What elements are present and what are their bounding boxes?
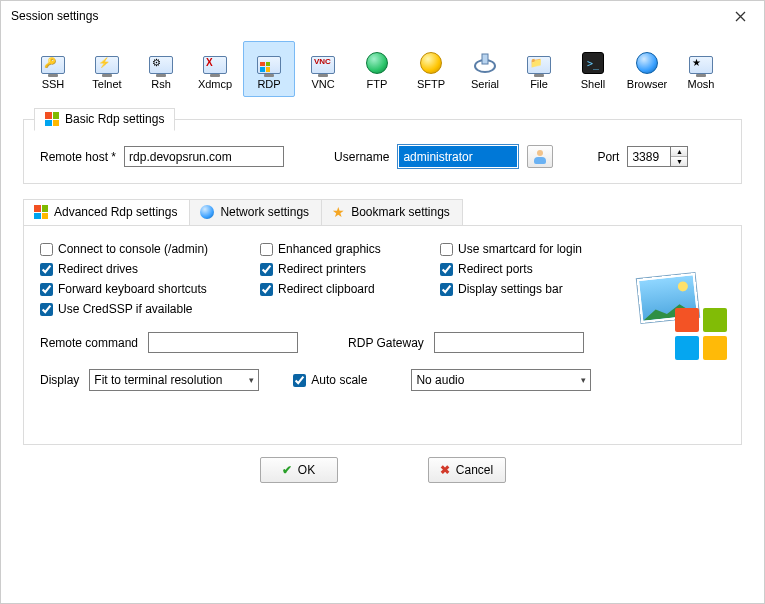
basic-legend: Basic Rdp settings <box>34 108 175 131</box>
display-label: Display <box>40 373 79 387</box>
browser-icon <box>633 46 661 74</box>
type-mosh[interactable]: ★ Mosh <box>675 41 727 97</box>
type-label: Serial <box>471 78 499 90</box>
close-button[interactable] <box>724 4 756 28</box>
display-combo[interactable]: Fit to terminal resolution ▾ <box>89 369 259 391</box>
remote-command-input[interactable] <box>148 332 298 353</box>
chk-forward-keyboard[interactable]: Forward keyboard shortcuts <box>40 282 260 296</box>
svg-rect-1 <box>482 54 488 64</box>
rdp-gateway-input[interactable] <box>434 332 584 353</box>
telnet-icon: ⚡ <box>93 46 121 74</box>
shell-icon: >_ <box>579 46 607 74</box>
username-input-wrap <box>397 144 519 169</box>
type-xdmcp[interactable]: X Xdmcp <box>189 41 241 97</box>
port-spinner[interactable]: ▲ ▼ <box>627 146 688 167</box>
username-label: Username <box>334 150 389 164</box>
type-label: Shell <box>581 78 605 90</box>
type-label: SFTP <box>417 78 445 90</box>
checkbox-grid: Connect to console (/admin) Enhanced gra… <box>40 242 725 316</box>
ok-button[interactable]: ✔ OK <box>260 457 338 483</box>
type-rdp[interactable]: RDP <box>243 41 295 97</box>
tab-label: Bookmark settings <box>351 205 450 219</box>
type-ftp[interactable]: FTP <box>351 41 403 97</box>
advanced-section: Advanced Rdp settings Network settings ★… <box>23 198 742 445</box>
mosh-icon: ★ <box>687 46 715 74</box>
chk-auto-scale[interactable]: Auto scale <box>293 373 367 387</box>
type-label: RDP <box>257 78 280 90</box>
tab-network[interactable]: Network settings <box>190 199 322 226</box>
rdp-mini-icon <box>34 205 48 219</box>
type-shell[interactable]: >_ Shell <box>567 41 619 97</box>
credentials-button[interactable] <box>527 145 553 168</box>
port-label: Port <box>597 150 619 164</box>
cancel-button[interactable]: ✖ Cancel <box>428 457 506 483</box>
file-icon: 📁 <box>525 46 553 74</box>
xdmcp-icon: X <box>201 46 229 74</box>
check-icon: ✔ <box>282 463 292 477</box>
rdp-mini-icon <box>45 112 59 126</box>
chk-redirect-clipboard[interactable]: Redirect clipboard <box>260 282 440 296</box>
titlebar: Session settings <box>1 1 764 31</box>
serial-icon <box>471 46 499 74</box>
chk-display-settings-bar[interactable]: Display settings bar <box>440 282 640 296</box>
chk-connect-console[interactable]: Connect to console (/admin) <box>40 242 260 256</box>
type-label: Telnet <box>92 78 121 90</box>
port-up[interactable]: ▲ <box>671 147 687 157</box>
username-input[interactable] <box>399 146 517 167</box>
chk-redirect-drives[interactable]: Redirect drives <box>40 262 260 276</box>
remote-host-label: Remote host * <box>40 150 116 164</box>
type-ssh[interactable]: 🔑 SSH <box>27 41 79 97</box>
type-telnet[interactable]: ⚡ Telnet <box>81 41 133 97</box>
display-combo-value: Fit to terminal resolution <box>94 373 222 387</box>
chk-use-credssp[interactable]: Use CredSSP if available <box>40 302 260 316</box>
chk-enhanced-graphics[interactable]: Enhanced graphics <box>260 242 440 256</box>
type-sftp[interactable]: SFTP <box>405 41 457 97</box>
port-down[interactable]: ▼ <box>671 157 687 166</box>
globe-icon <box>200 205 214 219</box>
ftp-icon <box>363 46 391 74</box>
type-serial[interactable]: Serial <box>459 41 511 97</box>
type-label: Rsh <box>151 78 171 90</box>
tab-advanced[interactable]: Advanced Rdp settings <box>23 199 190 226</box>
tabs: Advanced Rdp settings Network settings ★… <box>23 198 742 225</box>
star-icon: ★ <box>332 205 345 219</box>
type-browser[interactable]: Browser <box>621 41 673 97</box>
basic-legend-text: Basic Rdp settings <box>65 112 164 126</box>
rdp-decor-icon <box>637 274 727 360</box>
chk-redirect-printers[interactable]: Redirect printers <box>260 262 440 276</box>
rdp-gateway-label: RDP Gateway <box>348 336 424 350</box>
chevron-down-icon: ▾ <box>249 375 254 385</box>
sftp-icon <box>417 46 445 74</box>
chevron-down-icon: ▾ <box>581 375 586 385</box>
type-label: VNC <box>311 78 334 90</box>
type-label: Mosh <box>688 78 715 90</box>
remote-command-label: Remote command <box>40 336 138 350</box>
audio-combo[interactable]: No audio ▾ <box>411 369 591 391</box>
vnc-icon: VNC <box>309 46 337 74</box>
chk-smartcard[interactable]: Use smartcard for login <box>440 242 640 256</box>
type-file[interactable]: 📁 File <box>513 41 565 97</box>
type-rsh[interactable]: ⚙ Rsh <box>135 41 187 97</box>
type-label: SSH <box>42 78 65 90</box>
type-label: Browser <box>627 78 667 90</box>
remote-host-input[interactable] <box>124 146 284 167</box>
cross-icon: ✖ <box>440 463 450 477</box>
port-input[interactable] <box>627 146 671 167</box>
cancel-label: Cancel <box>456 463 493 477</box>
type-vnc[interactable]: VNC VNC <box>297 41 349 97</box>
type-label: File <box>530 78 548 90</box>
ok-label: OK <box>298 463 315 477</box>
window-title: Session settings <box>11 9 98 23</box>
type-label: FTP <box>367 78 388 90</box>
basic-settings-group: Basic Rdp settings Remote host * Usernam… <box>23 119 742 184</box>
type-label: Xdmcp <box>198 78 232 90</box>
audio-combo-value: No audio <box>416 373 464 387</box>
rdp-icon <box>255 46 283 74</box>
ssh-icon: 🔑 <box>39 46 67 74</box>
tab-bookmark[interactable]: ★ Bookmark settings <box>322 199 463 226</box>
chk-redirect-ports[interactable]: Redirect ports <box>440 262 640 276</box>
tab-label: Network settings <box>220 205 309 219</box>
tab-label: Advanced Rdp settings <box>54 205 177 219</box>
people-icon <box>532 150 548 164</box>
dialog-buttons: ✔ OK ✖ Cancel <box>1 457 764 483</box>
